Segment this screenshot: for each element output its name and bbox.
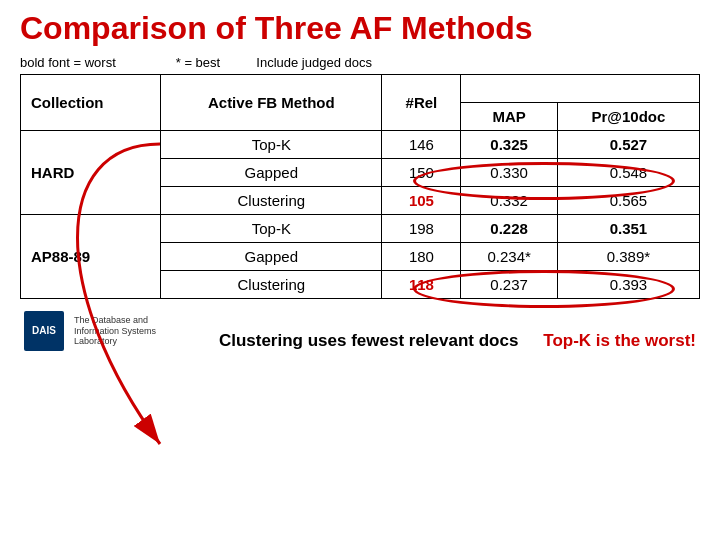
cell-pr: 0.351 [557,215,699,243]
cell-pr: 0.527 [557,131,699,159]
col-header-map: MAP [461,103,557,131]
cell-pr: 0.389* [557,243,699,271]
cell-map: 0.228 [461,215,557,243]
cell-collection-hard: HARD [21,131,161,215]
cell-method: Gapped [161,159,382,187]
table-row: HARD Top-K 146 0.325 0.527 [21,131,700,159]
col-header-pr: Pr@10doc [557,103,699,131]
cell-map: 0.330 [461,159,557,187]
logo-box: DAIS [24,311,64,351]
topk-note: Top-K is the worst! [543,331,696,351]
cell-rel: 146 [382,131,461,159]
cell-rel: 198 [382,215,461,243]
comparison-table: Collection Active FB Method #Rel MAP Pr@… [20,74,700,299]
cell-method: Clustering [161,271,382,299]
cell-rel: 118 [382,271,461,299]
cell-map: 0.325 [461,131,557,159]
cell-map: 0.332 [461,187,557,215]
svg-text:DAIS: DAIS [32,325,56,336]
cell-pr: 0.393 [557,271,699,299]
footer-area: DAIS The Database and Information System… [20,311,700,351]
cell-map: 0.237 [461,271,557,299]
cell-method: Gapped [161,243,382,271]
col-header-rel: #Rel [382,75,461,131]
cell-pr: 0.565 [557,187,699,215]
cell-rel: 180 [382,243,461,271]
col-header-include [461,75,700,103]
logo-icon: DAIS [29,316,59,346]
cell-rel: 105 [382,187,461,215]
bold-note: bold font = worst [20,55,116,70]
logo-text: The Database and Information Systems Lab… [74,315,194,347]
cell-method: Clustering [161,187,382,215]
col-header-method: Active FB Method [161,75,382,131]
clustering-note: Clustering uses fewest relevant docs [219,331,519,351]
subtitle-row: bold font = worst * = best Include judge… [20,55,700,70]
table-row: AP88-89 Top-K 198 0.228 0.351 [21,215,700,243]
page-title: Comparison of Three AF Methods [20,10,700,47]
page: Comparison of Three AF Methods bold font… [0,0,720,540]
cell-collection-ap: AP88-89 [21,215,161,299]
cell-pr: 0.548 [557,159,699,187]
cell-method: Top-K [161,131,382,159]
star-note: * = best Include judged docs [176,55,372,70]
col-header-collection: Collection [21,75,161,131]
cell-rel: 150 [382,159,461,187]
cell-map: 0.234* [461,243,557,271]
header-row: Collection Active FB Method #Rel [21,75,700,103]
cell-method: Top-K [161,215,382,243]
table-wrapper: Collection Active FB Method #Rel MAP Pr@… [20,74,700,299]
include-note: Include judged docs [256,55,372,70]
